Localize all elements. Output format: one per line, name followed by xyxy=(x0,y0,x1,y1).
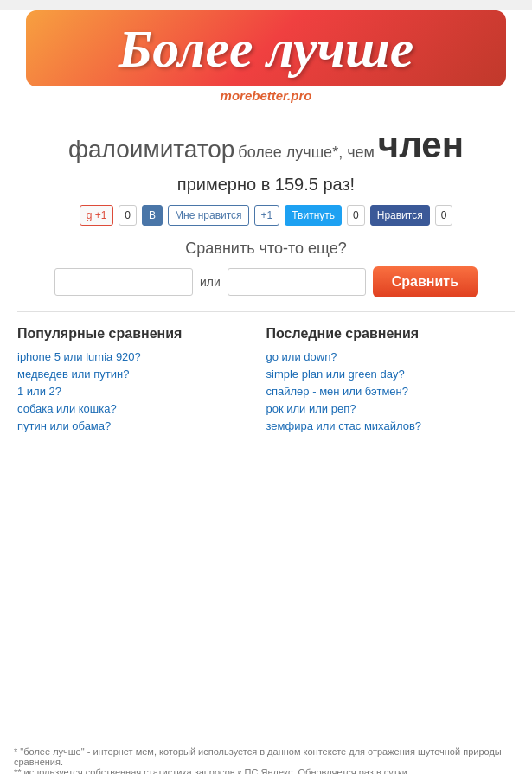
heading-word1: фалоимитатор xyxy=(68,136,235,163)
vk-plus-button[interactable]: +1 xyxy=(254,205,280,226)
twitter-count: 0 xyxy=(347,205,365,226)
compare-section: Сравнить что-то еще? или Сравнить xyxy=(0,240,532,297)
section-divider xyxy=(17,311,515,312)
popular-item-1[interactable]: медведев или путин? xyxy=(17,368,266,381)
compare-label: Сравнить что-то еще? xyxy=(0,240,532,258)
popular-item-4[interactable]: путин или обама? xyxy=(17,419,266,432)
compare-input-1[interactable] xyxy=(54,268,193,296)
logo-subtitle: morebetter.pro xyxy=(0,88,532,106)
gplus-count: 0 xyxy=(119,205,137,226)
twitter-button[interactable]: Твитнуть xyxy=(285,205,342,226)
popular-item-2[interactable]: 1 или 2? xyxy=(17,385,266,398)
sub-heading: примерно в 159.5 раз! xyxy=(0,175,532,195)
comparisons-row: Популярные сравнения iphone 5 или lumia … xyxy=(17,326,515,437)
footer-note: * "более лучше" - интернет мем, который … xyxy=(0,739,532,774)
recent-item-1[interactable]: simple plan или green day? xyxy=(266,368,516,381)
recent-item-4[interactable]: земфира или стас михайлов? xyxy=(266,419,516,432)
popular-column: Популярные сравнения iphone 5 или lumia … xyxy=(17,326,266,437)
heading-text-middle: более лучше*, чем xyxy=(238,144,375,161)
footer-note-1: * "более лучше" - интернет мем, который … xyxy=(14,746,518,767)
popular-item-0[interactable]: iphone 5 или lumia 920? xyxy=(17,350,266,363)
recent-item-2[interactable]: спайлер - мен или бэтмен? xyxy=(266,385,516,398)
main-heading: фалоимитатор более лучше*, чем член xyxy=(17,122,515,170)
social-buttons-row: g +1 0 В Мне нравится +1 Твитнуть 0 Нрав… xyxy=(0,205,532,226)
popular-item-3[interactable]: собака или кошка? xyxy=(17,402,266,415)
recent-item-0[interactable]: go или down? xyxy=(266,350,516,363)
recent-column: Последние сравнения go или down? simple … xyxy=(266,326,516,437)
vk-button[interactable]: В xyxy=(142,205,163,226)
footer-note-2: ** используется собственная статистика з… xyxy=(14,767,518,774)
vk-like-button[interactable]: Мне нравится xyxy=(168,205,249,226)
fb-count: 0 xyxy=(435,205,453,226)
compare-form: или Сравнить xyxy=(26,266,506,297)
popular-title: Популярные сравнения xyxy=(17,326,266,342)
compare-or-label: или xyxy=(200,275,221,289)
gplus-button[interactable]: g +1 xyxy=(80,205,114,226)
logo-text: Более лучше xyxy=(43,19,489,78)
heading-word2: член xyxy=(378,125,464,165)
recent-item-3[interactable]: рок или или реп? xyxy=(266,402,516,415)
recent-title: Последние сравнения xyxy=(266,326,516,342)
compare-button[interactable]: Сравнить xyxy=(373,266,478,297)
fb-button[interactable]: Нравится xyxy=(370,205,430,226)
logo-banner: Более лучше xyxy=(26,10,506,86)
compare-input-2[interactable] xyxy=(228,268,366,296)
